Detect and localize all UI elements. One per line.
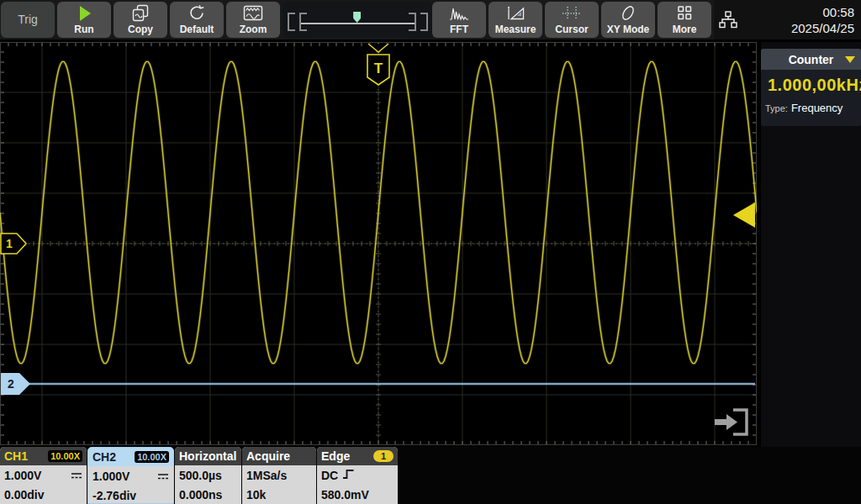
horizontal-timebase: 500.0µs	[179, 469, 222, 482]
trigger-coupling: DC	[321, 469, 338, 482]
zoom-label: Zoom	[240, 24, 267, 36]
horizontal-label: Horizontal	[179, 449, 236, 463]
xy-ellipse-icon	[601, 3, 655, 24]
zoom-button[interactable]: Zoom	[226, 2, 280, 38]
copy-label: Copy	[128, 24, 153, 36]
ch1-label: CH1	[4, 449, 28, 463]
status-bar: CH1 10.00X 1.000V 0.00div CH2 10.00X	[0, 447, 861, 504]
clock-date: 2025/04/25	[791, 20, 854, 36]
more-grid-icon	[658, 3, 711, 24]
trig-status-button[interactable]: Trig	[1, 2, 55, 38]
ch2-scale: 1.000V	[92, 470, 129, 483]
scope-graticule: 12T	[0, 42, 757, 447]
measure-icon	[489, 3, 542, 24]
trig-label: Trig	[18, 13, 38, 26]
clock-panel: 00:58 2025/04/25	[714, 0, 861, 39]
fft-label: FFT	[450, 24, 468, 36]
more-button[interactable]: More	[658, 2, 711, 38]
slider-outer-right-bracket	[420, 13, 428, 31]
measure-button[interactable]: Measure	[489, 2, 542, 38]
run-icon	[57, 3, 111, 24]
counter-title: Counter	[789, 53, 834, 66]
clock: 00:58 2025/04/25	[791, 4, 854, 36]
horizontal-position-slider[interactable]	[283, 2, 433, 38]
xy-mode-label: XY Mode	[607, 24, 649, 36]
counter-value: 1.000,00kHz	[768, 76, 861, 95]
fft-button[interactable]: FFT	[432, 2, 486, 38]
ch2-panel-selected[interactable]: CH2 10.00X 1.000V -2.76div	[87, 447, 174, 504]
ch1-probe-badge: 10.00X	[48, 450, 82, 462]
acquire-panel[interactable]: Acquire 1MSa/s 10k	[242, 447, 316, 504]
acquire-sample-rate: 1MSa/s	[246, 469, 287, 482]
fft-spectrum-icon	[432, 3, 486, 24]
ch1-offset: 0.00div	[4, 488, 44, 501]
horizontal-panel[interactable]: Horizontal 500.0µs 0.000ns	[175, 447, 241, 504]
network-icon[interactable]	[717, 9, 739, 34]
counter-type: Type:Frequency	[765, 102, 861, 114]
default-label: Default	[180, 24, 214, 36]
counter-dropdown[interactable]: Counter	[761, 49, 861, 70]
right-sidebar: Counter 1.000,00kHz Type:Frequency	[761, 42, 861, 447]
svg-text:T: T	[374, 60, 383, 76]
dc-coupling-icon	[71, 469, 82, 482]
default-reset-icon	[170, 3, 224, 24]
svg-text:1: 1	[6, 237, 13, 250]
cursor-crosshair-icon	[545, 3, 599, 24]
ch2-probe-badge: 10.00X	[135, 451, 169, 463]
trigger-level: 580.0mV	[321, 488, 369, 501]
trigger-panel[interactable]: Edge 1 DC 580.0mV	[317, 447, 398, 504]
copy-button[interactable]: Copy	[114, 2, 167, 38]
expand-arrow-icon	[715, 410, 747, 434]
counter-widget: Counter 1.000,00kHz Type:Frequency	[761, 49, 861, 126]
copy-icon	[114, 3, 167, 24]
cursor-button[interactable]: Cursor	[545, 2, 599, 38]
trigger-source-badge: 1	[373, 450, 394, 462]
ch1-scale: 1.000V	[4, 469, 41, 482]
slider-outer-left-bracket	[288, 13, 295, 31]
ch2-offset: -2.76div	[92, 489, 136, 502]
rising-edge-icon	[342, 469, 355, 482]
chevron-down-icon	[845, 56, 855, 63]
more-label: More	[673, 24, 697, 36]
xy-mode-button[interactable]: XY Mode	[601, 2, 655, 38]
slider-inner-right-bracket	[409, 13, 416, 31]
counter-type-label: Type:	[765, 103, 788, 113]
ch2-label: CH2	[92, 450, 116, 464]
acquire-label: Acquire	[246, 449, 290, 463]
horizontal-delay: 0.000ns	[179, 488, 222, 501]
zoom-wave-icon	[226, 3, 280, 24]
top-toolbar: Trig Run Copy	[0, 0, 861, 39]
run-button[interactable]: Run	[57, 2, 111, 38]
waveform-display[interactable]: 12T	[0, 42, 757, 447]
trigger-label: Edge	[321, 449, 350, 463]
oscilloscope-screen: Trig Run Copy	[0, 0, 861, 504]
default-button[interactable]: Default	[170, 2, 224, 38]
ch1-panel[interactable]: CH1 10.00X 1.000V 0.00div	[0, 447, 87, 504]
counter-type-value: Frequency	[791, 102, 843, 114]
dc-coupling-icon	[157, 470, 169, 483]
hpos-marker[interactable]	[353, 12, 361, 23]
measure-label: Measure	[495, 24, 536, 36]
slider-track	[301, 23, 415, 24]
run-label: Run	[74, 24, 93, 36]
cursor-label: Cursor	[555, 24, 588, 36]
svg-text:2: 2	[8, 377, 14, 391]
clock-time: 00:58	[791, 4, 854, 20]
acquire-mem-depth: 10k	[246, 488, 266, 501]
slider-inner-left-bracket	[299, 13, 307, 31]
